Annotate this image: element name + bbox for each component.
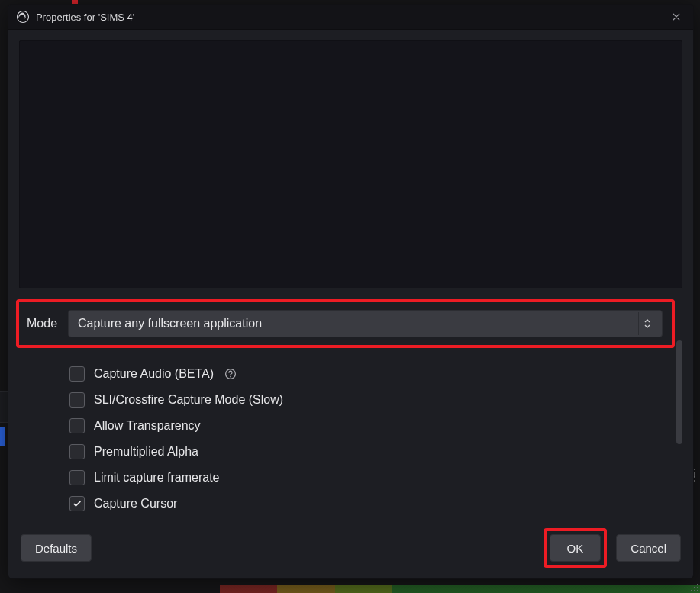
ok-button-highlight: OK — [544, 528, 608, 568]
mode-select[interactable]: Capture any fullscreen application — [68, 310, 663, 337]
checkbox-icon[interactable] — [69, 366, 85, 382]
mode-row-highlight: Mode Capture any fullscreen application — [16, 299, 675, 348]
background-resize-grip — [688, 581, 700, 593]
scrollbar-thumb[interactable] — [676, 340, 682, 444]
option-sli-crossfire[interactable]: SLI/Crossfire Capture Mode (Slow) — [69, 392, 672, 408]
checkbox-icon[interactable] — [69, 444, 85, 459]
titlebar[interactable]: Properties for 'SIMS 4' — [8, 5, 693, 30]
ok-button[interactable]: OK — [550, 534, 602, 562]
background-audio-meter — [220, 585, 700, 593]
properties-dialog: Properties for 'SIMS 4' Mode Capture any… — [8, 4, 694, 579]
svg-rect-3 — [691, 590, 692, 591]
settings-panel: Mode Capture any fullscreen application — [19, 299, 682, 511]
option-label: Allow Transparency — [94, 419, 201, 433]
svg-point-8 — [230, 376, 231, 378]
svg-rect-2 — [697, 587, 698, 588]
option-limit-framerate[interactable]: Limit capture framerate — [69, 470, 672, 485]
option-capture-audio[interactable]: Capture Audio (BETA) — [69, 366, 672, 382]
window-title: Properties for 'SIMS 4' — [36, 11, 661, 23]
mode-select-value: Capture any fullscreen application — [78, 317, 262, 330]
option-label: Capture Audio (BETA) — [94, 367, 214, 381]
option-label: Limit capture framerate — [94, 471, 220, 485]
svg-rect-5 — [697, 590, 698, 591]
select-spinner-icon[interactable] — [638, 312, 656, 335]
svg-rect-0 — [697, 584, 698, 585]
option-capture-cursor[interactable]: Capture Cursor — [69, 496, 672, 511]
option-label: Premultiplied Alpha — [94, 445, 198, 459]
cancel-button[interactable]: Cancel — [616, 534, 681, 562]
svg-rect-4 — [694, 590, 695, 591]
checkbox-icon[interactable] — [69, 496, 85, 511]
checkbox-icon[interactable] — [69, 418, 85, 433]
defaults-button[interactable]: Defaults — [21, 534, 92, 562]
dialog-content: Mode Capture any fullscreen application — [8, 30, 693, 578]
source-preview — [19, 40, 682, 288]
checkbox-icon[interactable] — [69, 470, 85, 485]
option-label: Capture Cursor — [94, 497, 177, 511]
option-allow-transparency[interactable]: Allow Transparency — [69, 418, 672, 433]
checkbox-icon[interactable] — [69, 392, 85, 408]
help-icon[interactable] — [224, 368, 237, 380]
dialog-button-row: Defaults OK Cancel — [19, 522, 682, 571]
option-label: SLI/Crossfire Capture Mode (Slow) — [94, 393, 283, 407]
mode-label: Mode — [27, 317, 57, 330]
obs-logo-icon — [16, 10, 30, 24]
background-blue-sliver — [0, 427, 5, 446]
svg-rect-1 — [694, 587, 695, 588]
settings-scrollbar[interactable] — [676, 340, 682, 441]
option-premultiplied-alpha[interactable]: Premultiplied Alpha — [69, 444, 672, 459]
close-button[interactable] — [667, 8, 685, 26]
options-list: Capture Audio (BETA) SLI/Crossfire Captu… — [19, 362, 672, 511]
